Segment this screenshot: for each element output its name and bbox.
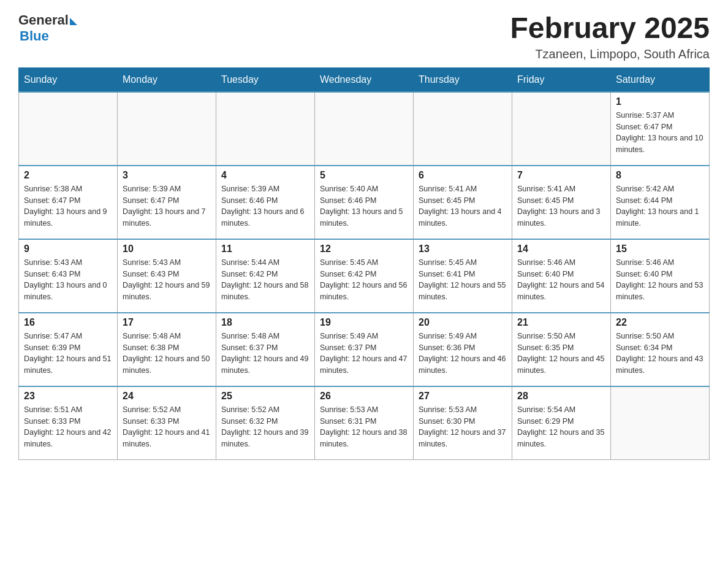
calendar-cell: 15Sunrise: 5:46 AMSunset: 6:40 PMDayligh… — [611, 239, 710, 313]
day-info: Sunrise: 5:50 AMSunset: 6:34 PMDaylight:… — [616, 331, 704, 377]
day-of-week-header: Saturday — [611, 67, 710, 92]
day-number: 25 — [221, 391, 309, 402]
day-info: Sunrise: 5:43 AMSunset: 6:43 PMDaylight:… — [123, 257, 211, 303]
calendar-cell: 13Sunrise: 5:45 AMSunset: 6:41 PMDayligh… — [414, 239, 512, 313]
day-info: Sunrise: 5:40 AMSunset: 6:46 PMDaylight:… — [320, 183, 408, 229]
day-info: Sunrise: 5:39 AMSunset: 6:47 PMDaylight:… — [123, 183, 211, 229]
day-info: Sunrise: 5:45 AMSunset: 6:42 PMDaylight:… — [320, 257, 408, 303]
calendar-cell: 9Sunrise: 5:43 AMSunset: 6:43 PMDaylight… — [19, 239, 118, 313]
calendar-cell: 3Sunrise: 5:39 AMSunset: 6:47 PMDaylight… — [118, 166, 216, 239]
day-number: 18 — [221, 317, 309, 328]
calendar-cell: 11Sunrise: 5:44 AMSunset: 6:42 PMDayligh… — [216, 239, 315, 313]
day-of-week-header: Friday — [512, 67, 611, 92]
day-number: 14 — [517, 243, 605, 255]
day-number: 5 — [320, 170, 408, 181]
day-info: Sunrise: 5:41 AMSunset: 6:45 PMDaylight:… — [517, 183, 605, 229]
calendar-cell — [414, 92, 512, 166]
calendar-cell: 6Sunrise: 5:41 AMSunset: 6:45 PMDaylight… — [414, 166, 512, 239]
calendar-cell: 22Sunrise: 5:50 AMSunset: 6:34 PMDayligh… — [611, 313, 710, 386]
logo-arrow-icon — [70, 18, 77, 25]
calendar-cell — [315, 92, 414, 166]
day-info: Sunrise: 5:41 AMSunset: 6:45 PMDaylight:… — [419, 183, 507, 229]
day-info: Sunrise: 5:37 AMSunset: 6:47 PMDaylight:… — [616, 110, 704, 156]
day-number: 28 — [517, 391, 605, 402]
day-info: Sunrise: 5:46 AMSunset: 6:40 PMDaylight:… — [616, 257, 704, 303]
day-of-week-header: Monday — [118, 67, 216, 92]
day-number: 19 — [320, 317, 408, 328]
day-number: 9 — [24, 243, 112, 255]
day-info: Sunrise: 5:54 AMSunset: 6:29 PMDaylight:… — [517, 404, 605, 450]
day-number: 24 — [123, 391, 211, 402]
calendar-cell — [216, 92, 315, 166]
calendar-cell: 14Sunrise: 5:46 AMSunset: 6:40 PMDayligh… — [512, 239, 611, 313]
day-info: Sunrise: 5:44 AMSunset: 6:42 PMDaylight:… — [221, 257, 309, 303]
calendar-cell: 20Sunrise: 5:49 AMSunset: 6:36 PMDayligh… — [414, 313, 512, 386]
day-info: Sunrise: 5:45 AMSunset: 6:41 PMDaylight:… — [419, 257, 507, 303]
day-info: Sunrise: 5:43 AMSunset: 6:43 PMDaylight:… — [24, 257, 112, 303]
calendar-cell: 5Sunrise: 5:40 AMSunset: 6:46 PMDaylight… — [315, 166, 414, 239]
day-number: 6 — [419, 170, 507, 181]
calendar-cell: 16Sunrise: 5:47 AMSunset: 6:39 PMDayligh… — [19, 313, 118, 386]
day-info: Sunrise: 5:49 AMSunset: 6:37 PMDaylight:… — [320, 331, 408, 377]
calendar-cell — [118, 92, 216, 166]
logo-blue-text: Blue — [20, 28, 49, 44]
week-row: 2Sunrise: 5:38 AMSunset: 6:47 PMDaylight… — [19, 166, 710, 239]
day-of-week-header: Thursday — [414, 67, 512, 92]
calendar-cell — [512, 92, 611, 166]
week-row: 9Sunrise: 5:43 AMSunset: 6:43 PMDaylight… — [19, 239, 710, 313]
day-number: 3 — [123, 170, 211, 181]
day-number: 10 — [123, 243, 211, 255]
day-info: Sunrise: 5:49 AMSunset: 6:36 PMDaylight:… — [419, 331, 507, 377]
calendar-cell: 26Sunrise: 5:53 AMSunset: 6:31 PMDayligh… — [315, 386, 414, 460]
calendar-cell: 4Sunrise: 5:39 AMSunset: 6:46 PMDaylight… — [216, 166, 315, 239]
location-subtitle: Tzaneen, Limpopo, South Africa — [510, 47, 710, 61]
day-number: 16 — [24, 317, 112, 328]
calendar-cell: 17Sunrise: 5:48 AMSunset: 6:38 PMDayligh… — [118, 313, 216, 386]
page-header: General Blue February 2025 Tzaneen, Limp… — [18, 12, 710, 61]
calendar-cell: 10Sunrise: 5:43 AMSunset: 6:43 PMDayligh… — [118, 239, 216, 313]
logo: General Blue — [18, 12, 77, 44]
calendar-cell: 8Sunrise: 5:42 AMSunset: 6:44 PMDaylight… — [611, 166, 710, 239]
day-of-week-header: Sunday — [19, 67, 118, 92]
calendar-cell: 12Sunrise: 5:45 AMSunset: 6:42 PMDayligh… — [315, 239, 414, 313]
day-number: 11 — [221, 243, 309, 255]
day-of-week-header: Wednesday — [315, 67, 414, 92]
day-number: 4 — [221, 170, 309, 181]
calendar-cell: 19Sunrise: 5:49 AMSunset: 6:37 PMDayligh… — [315, 313, 414, 386]
week-row: 23Sunrise: 5:51 AMSunset: 6:33 PMDayligh… — [19, 386, 710, 460]
day-number: 27 — [419, 391, 507, 402]
day-info: Sunrise: 5:51 AMSunset: 6:33 PMDaylight:… — [24, 404, 112, 450]
day-of-week-header: Tuesday — [216, 67, 315, 92]
day-number: 15 — [616, 243, 704, 255]
day-number: 2 — [24, 170, 112, 181]
calendar-cell: 2Sunrise: 5:38 AMSunset: 6:47 PMDaylight… — [19, 166, 118, 239]
calendar-cell: 24Sunrise: 5:52 AMSunset: 6:33 PMDayligh… — [118, 386, 216, 460]
day-info: Sunrise: 5:48 AMSunset: 6:37 PMDaylight:… — [221, 331, 309, 377]
day-number: 8 — [616, 170, 704, 181]
week-row: 16Sunrise: 5:47 AMSunset: 6:39 PMDayligh… — [19, 313, 710, 386]
day-info: Sunrise: 5:48 AMSunset: 6:38 PMDaylight:… — [123, 331, 211, 377]
day-info: Sunrise: 5:50 AMSunset: 6:35 PMDaylight:… — [517, 331, 605, 377]
calendar-cell: 21Sunrise: 5:50 AMSunset: 6:35 PMDayligh… — [512, 313, 611, 386]
logo-general-text: General — [18, 12, 69, 28]
day-number: 7 — [517, 170, 605, 181]
main-title: February 2025 — [510, 12, 710, 45]
day-info: Sunrise: 5:47 AMSunset: 6:39 PMDaylight:… — [24, 331, 112, 377]
day-number: 1 — [616, 96, 704, 107]
day-info: Sunrise: 5:42 AMSunset: 6:44 PMDaylight:… — [616, 183, 704, 229]
day-number: 20 — [419, 317, 507, 328]
calendar-header-row: SundayMondayTuesdayWednesdayThursdayFrid… — [19, 67, 710, 92]
calendar-cell — [19, 92, 118, 166]
calendar-table: SundayMondayTuesdayWednesdayThursdayFrid… — [18, 67, 710, 461]
day-info: Sunrise: 5:52 AMSunset: 6:33 PMDaylight:… — [123, 404, 211, 450]
calendar-cell: 23Sunrise: 5:51 AMSunset: 6:33 PMDayligh… — [19, 386, 118, 460]
calendar-cell — [611, 386, 710, 460]
title-block: February 2025 Tzaneen, Limpopo, South Af… — [510, 12, 710, 61]
calendar-cell: 1Sunrise: 5:37 AMSunset: 6:47 PMDaylight… — [611, 92, 710, 166]
day-info: Sunrise: 5:53 AMSunset: 6:31 PMDaylight:… — [320, 404, 408, 450]
day-number: 12 — [320, 243, 408, 255]
week-row: 1Sunrise: 5:37 AMSunset: 6:47 PMDaylight… — [19, 92, 710, 166]
day-info: Sunrise: 5:39 AMSunset: 6:46 PMDaylight:… — [221, 183, 309, 229]
calendar-cell: 7Sunrise: 5:41 AMSunset: 6:45 PMDaylight… — [512, 166, 611, 239]
day-number: 21 — [517, 317, 605, 328]
